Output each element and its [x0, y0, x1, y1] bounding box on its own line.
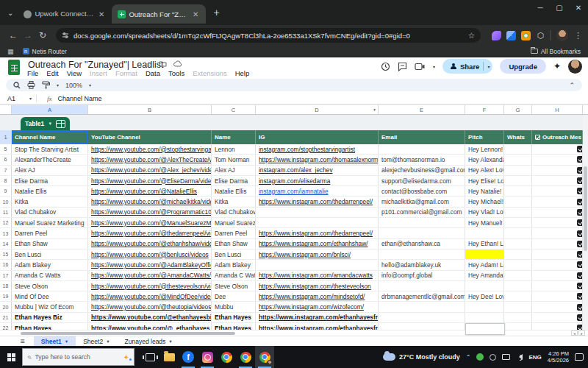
row-header-7[interactable]: 7 — [0, 166, 12, 175]
cell-name[interactable]: Mubbu — [212, 302, 256, 311]
name-box-dropdown-icon[interactable]: ▾ — [29, 96, 32, 101]
display-icon[interactable] — [502, 354, 510, 360]
cell-name[interactable]: Ben Lusci — [212, 250, 256, 259]
cell-ig-link[interactable]: https://www.instagram.com/ethanhayesfr/ — [256, 323, 379, 330]
chrome-icon[interactable] — [217, 346, 236, 368]
cell-youtube-link[interactable]: https://www.youtube.com/@AlexTheCreate/v… — [88, 155, 212, 164]
zoom-dropdown-icon[interactable]: ▾ — [89, 82, 91, 88]
row-header-8[interactable]: 8 — [0, 176, 12, 185]
cell-channel-name[interactable]: Mind Of Dee — [12, 291, 88, 301]
cell-channel-name[interactable]: Steve Olson — [12, 281, 88, 291]
version-history-icon[interactable] — [381, 62, 390, 71]
cell-whatsapp[interactable] — [504, 271, 532, 280]
cell-youtube-link[interactable]: https://www.youtube.com/@ManuelSuarezMar… — [88, 218, 212, 227]
cell-ig-link[interactable]: instagram.com/alex_jechev — [256, 166, 379, 175]
row-header-22[interactable]: 22 — [0, 323, 12, 330]
comments-icon[interactable] — [398, 62, 407, 71]
notification-center-icon[interactable] — [575, 353, 584, 361]
cell-channel-name[interactable]: Ethan Hayes — [12, 323, 88, 330]
row-header-14[interactable]: 14 — [0, 239, 12, 249]
column-header-B[interactable]: B — [88, 105, 212, 114]
checkbox-checked[interactable] — [577, 177, 583, 184]
cell-channel-name[interactable]: AlexanderTheCreate — [12, 155, 88, 164]
close-tab-icon[interactable]: ✕ — [191, 10, 200, 18]
row-header-16[interactable]: 16 — [0, 260, 12, 269]
cell-channel-name[interactable]: Mubbu | Wiz Of Ecom — [12, 302, 88, 311]
cell-ig-link[interactable]: instagram.com/elisedarma — [256, 176, 379, 185]
cell-youtube-link[interactable]: https://www.youtube.com/@_ethanhayes_/vi… — [88, 323, 212, 330]
cell-name[interactable]: Amanda C Watts — [212, 271, 256, 280]
checkbox-checked[interactable] — [577, 199, 583, 205]
cell-ig-link[interactable]: https://www.instagram.com/thedarrenpeel/ — [256, 228, 379, 238]
cell-whatsapp[interactable] — [504, 218, 532, 227]
all-bookmarks-button[interactable]: All Bookmarks — [531, 48, 581, 55]
bookmark-star-icon[interactable]: ☆ — [468, 31, 476, 40]
cell-outreach-checkbox[interactable] — [532, 208, 583, 217]
checkbox-checked[interactable] — [577, 156, 583, 163]
cell-whatsapp[interactable] — [504, 176, 532, 185]
menu-extensions[interactable]: Extensions — [193, 69, 226, 77]
cell-outreach-checkbox[interactable] — [532, 291, 583, 301]
column-header-D[interactable]: D▾ — [256, 105, 379, 114]
collapse-toolbar-icon[interactable]: ⌃ — [569, 82, 575, 89]
menu-data[interactable]: Data — [146, 69, 160, 77]
cell-whatsapp[interactable] — [504, 228, 532, 238]
paint-dropdown-icon[interactable]: ▾ — [57, 82, 59, 88]
cell-pitch[interactable]: Hey Alexandar! — [465, 155, 504, 164]
cell-youtube-link[interactable]: https://www.youtube.com/@NatalieEllis — [88, 186, 212, 196]
forward-icon[interactable]: → — [21, 30, 35, 40]
cell-channel-name[interactable]: Alex AJ — [12, 166, 88, 175]
menu-edit[interactable]: Edit — [46, 69, 58, 77]
cell-channel-name[interactable]: Stop The Starving Artist — [12, 144, 88, 154]
row-header-18[interactable]: 18 — [0, 281, 12, 291]
cell-email[interactable]: info@oompf.global — [379, 271, 465, 280]
cell-youtube-link[interactable]: https://www.youtube.com/@ethanhayesbiz — [88, 313, 212, 322]
cell-channel-name[interactable]: Ethan Shaw — [12, 239, 88, 249]
table-chip[interactable]: Table1 ▼ — [21, 117, 70, 130]
cell-ig-link[interactable]: https://www.instagram.com/ethanhayesfr/ — [256, 313, 379, 322]
cell-pitch[interactable]: Hey Ethan! Lov — [465, 239, 504, 249]
cell-pitch[interactable] — [465, 302, 504, 311]
cell-outreach-checkbox[interactable] — [532, 260, 583, 269]
cell-whatsapp[interactable] — [504, 239, 532, 249]
row-header-11[interactable]: 11 — [0, 208, 12, 217]
vertical-scroll-thumb[interactable] — [584, 166, 587, 251]
cell-channel-name[interactable]: Ethan Hayes Biz — [12, 313, 88, 322]
cell-ig-link[interactable] — [256, 218, 379, 227]
checkbox-checked[interactable] — [577, 304, 583, 311]
checkbox-checked[interactable] — [577, 293, 583, 300]
cell-outreach-checkbox[interactable] — [532, 218, 583, 227]
row-header-1[interactable]: 1 — [0, 130, 12, 144]
checkbox-checked[interactable] — [577, 209, 583, 216]
cell-email[interactable]: contact@bossbabe.com — [379, 186, 465, 196]
row-header-5[interactable]: 5 — [0, 144, 12, 154]
column-header-G[interactable]: G — [504, 105, 532, 114]
cell-channel-name[interactable]: Amanda C Watts — [12, 271, 88, 280]
all-sheets-menu-icon[interactable]: ≡ — [21, 337, 25, 345]
taskbar-search-input[interactable]: ⌕ Type here to search ✦ — [22, 348, 135, 366]
facebook-icon[interactable]: f — [179, 346, 198, 368]
column-dropdown-icon[interactable]: ▾ — [373, 107, 376, 112]
table-column-header[interactable]: Email — [379, 130, 465, 144]
cell-whatsapp[interactable] — [504, 250, 532, 259]
cell-outreach-checkbox[interactable] — [532, 302, 583, 311]
cell-email[interactable]: alexjechevbusiness@gmail.com — [379, 166, 465, 175]
cell-youtube-link[interactable]: https://www.youtube.com/@michaelkitka/vi… — [88, 197, 212, 206]
checkbox-checked[interactable] — [577, 325, 583, 330]
row-header-21[interactable]: 21 — [0, 313, 12, 322]
cell-email[interactable]: drbmanagementllc@gmail.com — [379, 291, 465, 301]
cell-email[interactable] — [379, 144, 465, 154]
cell-name[interactable]: Vlad Chubakov — [212, 208, 256, 217]
cell-outreach-checkbox[interactable] — [532, 250, 583, 259]
cell-email[interactable]: support@elisedarma.com — [379, 176, 465, 185]
new-tab-button[interactable]: + — [213, 7, 219, 18]
cell-email[interactable]: ethan@ethanshaw.ca — [379, 239, 465, 249]
cell-email[interactable] — [379, 323, 465, 330]
cell-channel-name[interactable]: Ben Lusci — [12, 250, 88, 259]
print-icon[interactable] — [27, 81, 35, 89]
checkbox-checked[interactable] — [577, 241, 583, 247]
checkbox-checked[interactable] — [577, 283, 583, 289]
sheet-tab-zunayed-leads[interactable]: Zunayed leads▼ — [118, 336, 180, 346]
apps-grid-icon[interactable]: ▦ — [7, 48, 14, 55]
maximize-button[interactable]: ▢ — [550, 0, 569, 15]
